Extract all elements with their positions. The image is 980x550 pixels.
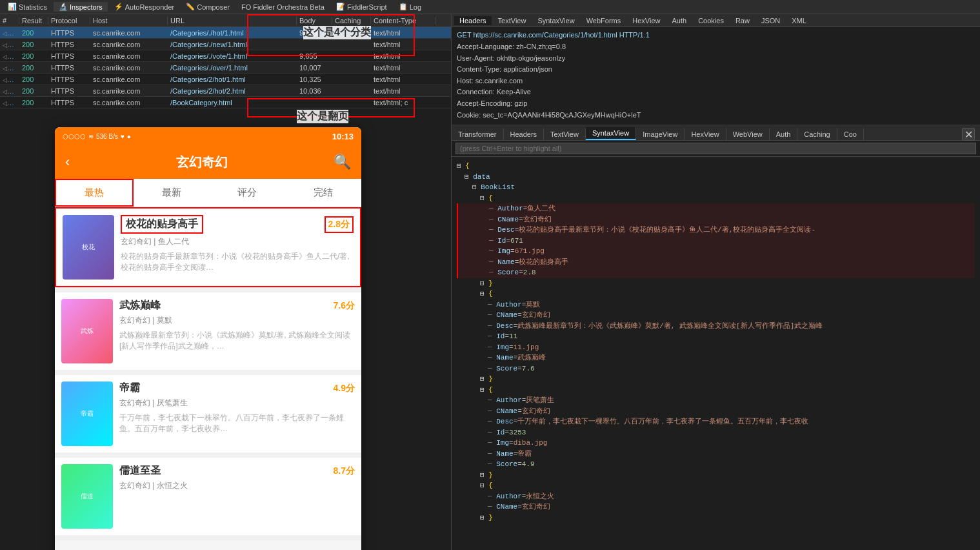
cell-protocol: HTTPS [48, 76, 90, 83]
cell-host: sc.canrike.com [90, 99, 168, 107]
json-field-score: ─ Score=2.8 [458, 267, 975, 278]
fiddlerscript-tab[interactable]: 📝 FiddlerScript [331, 2, 392, 12]
inspectors-tab[interactable]: 🔬 Inspectors [54, 2, 108, 12]
book-score: 2.8分 [325, 216, 354, 233]
cell-protocol: HTTPS [48, 41, 90, 48]
json-field-author: ─ Author=永恒之火 [457, 491, 975, 502]
request-tab-headers[interactable]: Headers [454, 16, 492, 25]
tab-hot[interactable]: 最热 [55, 179, 134, 207]
tab-score[interactable]: 评分 [210, 179, 286, 207]
book-cover: 儒道 [61, 464, 113, 529]
table-row[interactable]: ◁▷71 200 HTTPS sc.canrike.com /Categorie… [0, 74, 451, 85]
phone-signal: ⬡⬡⬡⬡ ≋ 536 B/s ♥ ● [63, 133, 131, 140]
col-host: Host [90, 17, 168, 25]
orchestra-icon: FO [241, 3, 251, 11]
table-row[interactable]: ◁▷38 200 HTTPS sc.canrike.com /Categorie… [0, 27, 451, 39]
book-title: 武炼巅峰 [119, 299, 161, 312]
cell-content-type: text/html [371, 41, 435, 48]
col-result: Result [19, 17, 48, 25]
table-row[interactable]: ◁▷139 200 HTTPS sc.canrike.com /BookCate… [0, 97, 451, 108]
response-tab-auth[interactable]: Auth [770, 128, 798, 140]
request-headers: Accept-Language: zh-CN,zh;q=0.8 User-Age… [457, 41, 975, 121]
fiddler-toolbar: 📊 Statistics 🔬 Inspectors ⚡ AutoResponde… [0, 0, 980, 14]
cell-url: /Categories/2/hot/2.html [168, 87, 297, 95]
request-tab-cookies[interactable]: Cookies [693, 16, 729, 25]
back-button[interactable]: ‹ [65, 154, 70, 170]
cell-host: sc.canrike.com [90, 41, 168, 48]
composer-tab[interactable]: ✏️ Composer [181, 2, 235, 12]
log-tab[interactable]: 📋 Log [394, 2, 426, 12]
fiddlerscript-label: FiddlerScript [347, 3, 387, 11]
table-row[interactable]: ◁▷62 200 HTTPS sc.canrike.com /Categorie… [0, 62, 451, 74]
book-meta: 玄幻奇幻 | 鱼人二代 [121, 236, 354, 247]
response-tab-webview[interactable]: WebView [726, 128, 770, 140]
response-tab-transformer[interactable]: Transformer [452, 128, 504, 140]
json-field-id: ─ Id=671 [458, 236, 975, 247]
book-title: 校花的贴身高手 [121, 215, 203, 234]
book-score: 7.6分 [334, 300, 355, 312]
response-tab-caching[interactable]: Caching [797, 128, 837, 140]
request-tab-json[interactable]: JSON [756, 16, 785, 25]
request-tab-raw[interactable]: Raw [730, 16, 755, 25]
search-button[interactable]: 🔍 [334, 154, 351, 170]
book-cover: 校花 [63, 215, 114, 280]
statistics-tab[interactable]: 📊 Statistics [3, 2, 52, 12]
book-meta: 玄幻奇幻 | 永恒之火 [119, 480, 355, 491]
book-cover: 武炼 [61, 299, 113, 363]
table-row[interactable]: ◁▷54 200 HTTPS sc.canrike.com /Categorie… [0, 50, 451, 62]
cell-url: /Categories/./over/1.html [168, 64, 297, 72]
json-book-1: ⊟ { [457, 289, 975, 300]
col-content-type: Content-Type [371, 17, 435, 25]
orchestra-tab[interactable]: FO Fiddler Orchestra Beta [236, 3, 330, 12]
request-tab-textview[interactable]: TextView [493, 16, 532, 25]
response-tab-imageview[interactable]: ImageView [636, 128, 685, 140]
cell-body: 9,385 [297, 29, 332, 37]
json-field-cname: ─ CName=玄幻奇幻 [457, 310, 975, 321]
cell-content-type: text/html [371, 64, 435, 72]
search-input[interactable] [455, 143, 976, 154]
cell-content-type: text/html [371, 29, 435, 37]
cell-url: /Categories/./vote/1.html [168, 52, 297, 60]
response-tab-textview[interactable]: TextView [544, 128, 586, 140]
page-title: 玄幻奇幻 [176, 154, 228, 171]
book-score: 4.9分 [334, 383, 355, 394]
book-info: 帝霸 4.9分 玄幻奇幻 | 厌笔萧生 千万年前，李七夜栽下一株翠竹。八百万年前… [119, 382, 355, 446]
response-tab-hexview[interactable]: HexView [685, 128, 726, 140]
json-field-id: ─ Id=11 [457, 331, 975, 342]
list-item[interactable]: 帝霸 帝霸 4.9分 玄幻奇幻 | 厌笔萧生 千万年前，李七夜栽下一株翠竹。八百… [55, 375, 361, 453]
cell-id: ◁▷71 [0, 76, 19, 83]
request-tab-auth[interactable]: Auth [667, 16, 692, 25]
cell-id: ◁▷83 [0, 87, 19, 95]
list-item[interactable]: 儒道 儒道至圣 8.7分 玄幻奇幻 | 永恒之火 [55, 458, 361, 535]
category-tabs: 最热 最新 评分 完结 [55, 179, 361, 207]
request-tab-webforms[interactable]: WebForms [581, 16, 626, 25]
cell-host: sc.canrike.com [90, 76, 168, 83]
cell-host: sc.canrike.com [90, 87, 168, 95]
table-row[interactable]: ◁▷83 200 HTTPS sc.canrike.com /Categorie… [0, 85, 451, 97]
tab-new[interactable]: 最新 [134, 179, 210, 207]
autoresponder-tab[interactable]: ⚡ AutoResponder [109, 2, 179, 12]
request-tab-xml[interactable]: XML [786, 16, 812, 25]
tab-finished[interactable]: 完结 [285, 179, 361, 207]
log-label: Log [410, 3, 421, 11]
request-tab-hexview[interactable]: HexView [627, 16, 665, 25]
book-cover: 帝霸 [61, 382, 113, 446]
cell-result: 200 [19, 87, 48, 95]
request-table-header: # Result Protocol Host URL Body Caching … [0, 14, 451, 27]
book-title-row: 武炼巅峰 7.6分 [119, 299, 355, 312]
cell-result: 200 [19, 52, 48, 60]
cell-id: ◁▷54 [0, 52, 19, 60]
list-item[interactable]: 武炼 武炼巅峰 7.6分 玄幻奇幻 | 莫默 武炼巅峰最新章节列：小说《武炼巅峰… [55, 292, 361, 370]
cell-body: 10,036 [297, 87, 332, 95]
json-field-name: ─ Name=武炼巅峰 [457, 352, 975, 363]
response-tab-headers[interactable]: Headers [504, 128, 545, 140]
table-row[interactable]: ◁▷46 200 HTTPS sc.canrike.com /Categorie… [0, 39, 451, 50]
request-tab-syntaxview[interactable]: SyntaxView [532, 16, 579, 25]
close-button[interactable]: ✕ [962, 128, 975, 141]
response-tab-coo[interactable]: Coo [837, 128, 864, 140]
list-item[interactable]: 校花 校花的贴身高手 2.8分 玄幻奇幻 | 鱼人二代 校花的贴身高手最新章节列… [55, 207, 361, 287]
cell-url: /Categories/2/hot/1.html [168, 76, 297, 83]
response-tab-syntaxview[interactable]: SyntaxView [586, 127, 636, 140]
cell-id: ◁▷46 [0, 41, 19, 48]
fiddlerscript-icon: 📝 [336, 3, 345, 11]
